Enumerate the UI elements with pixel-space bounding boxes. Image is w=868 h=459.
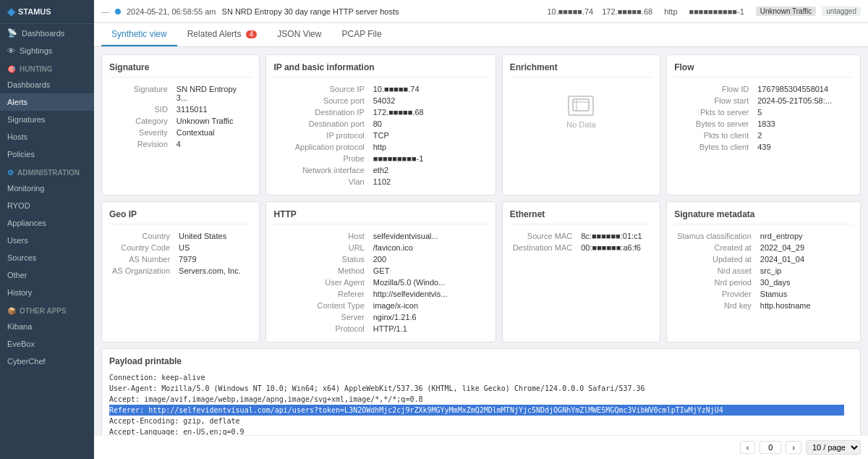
ethernet-table: Source MAC8c:■■■■■■:01:c1 Destination MA… — [510, 230, 652, 253]
table-row: Servernginx/1.21.6 — [273, 311, 488, 323]
table-row: Application protocolhttp — [273, 141, 488, 153]
flow-panel-title: Flow — [674, 62, 853, 77]
pagination-prev-btn[interactable]: ‹ — [740, 441, 756, 454]
topbar: — 2024-05-21, 06:58:55 am SN NRD Entropy… — [94, 0, 868, 23]
hunting-section: 🎯 HUNTING — [0, 59, 94, 76]
pagination-per-page-select[interactable]: 10 / page 25 / page 50 / page — [806, 440, 861, 455]
table-row: Created at2022_04_29 — [674, 242, 853, 253]
payload-content: Connection: keep-alive User-Agent: Mozil… — [109, 372, 853, 435]
sidebar-item-kibana[interactable]: Kibana — [0, 318, 94, 335]
table-row: Updated at2024_01_04 — [674, 253, 853, 265]
table-row: URL/favicon.ico — [273, 242, 488, 253]
tabs-bar: Synthetic view Related Alerts 4 JSON Vie… — [94, 23, 868, 47]
sidebar-item-history[interactable]: History — [0, 284, 94, 301]
payload-title: Payload printable — [109, 356, 853, 366]
table-row: Content Typeimage/x-icon — [273, 300, 488, 311]
table-row: User AgentMozilla/5.0 (Windo... — [273, 277, 488, 288]
sidebar-item-sources[interactable]: Sources — [0, 249, 94, 266]
geo-ip-panel-title: Geo IP — [109, 209, 252, 224]
table-row: ProtocolHTTP/1.1 — [273, 323, 488, 334]
ethernet-panel-title: Ethernet — [510, 209, 652, 224]
sidebar-item-cyberchef[interactable]: CyberChef — [0, 353, 94, 370]
sidebar-item-dashboards[interactable]: Dashboards — [0, 76, 94, 93]
enrichment-panel: Enrichment No Data — [502, 54, 660, 195]
table-row: AS OrganizationServers.com, Inc. — [109, 265, 252, 277]
table-row: Network interfaceeth2 — [273, 164, 488, 176]
pagination-bar: ‹ › 10 / page 25 / page 50 / page — [94, 435, 868, 459]
sidebar-item-signatures[interactable]: Signatures — [0, 111, 94, 128]
payload-section: Payload printable Connection: keep-alive… — [101, 348, 861, 435]
table-row: Destination MAC00:■■■■■■:a6:f6 — [510, 242, 652, 253]
enrichment-panel-title: Enrichment — [510, 62, 652, 77]
sidebar-item-appliances[interactable]: Appliances — [0, 214, 94, 232]
table-row: Bytes to server1833 — [674, 118, 853, 130]
tab-pcap-file[interactable]: PCAP File — [331, 23, 391, 46]
topbar-tag: untagged — [822, 7, 861, 16]
tab-json-view[interactable]: JSON View — [267, 23, 331, 46]
table-row: IP protocolTCP — [273, 130, 488, 141]
ip-basic-table: Source IP10.■■■■■.74 Source port54032 De… — [273, 83, 488, 188]
table-row: Pkts to server5 — [674, 106, 853, 118]
http-panel: HTTP Hostselfevidentvisual... URL/favico… — [265, 201, 495, 342]
table-row: Bytes to client439 — [674, 141, 853, 153]
table-row: CategoryUnknown Traffic — [109, 115, 252, 127]
sidebar-item-other[interactable]: Other — [0, 266, 94, 284]
pagination-page-input[interactable] — [760, 441, 781, 454]
payload-line-1: Connection: keep-alive — [109, 372, 844, 383]
panels-row-2: Geo IP CountryUnited States Country Code… — [101, 201, 861, 342]
sidebar-item-policies[interactable]: Policies — [0, 146, 94, 163]
table-row: Source MAC8c:■■■■■■:01:c1 — [510, 230, 652, 242]
beaconing-icon: 📡 — [7, 28, 17, 38]
sidebar: ◈ STAMUS 📡 Dashboards 👁 Sightings 🎯 HUNT… — [0, 0, 94, 459]
payload-line-3: Accept: image/avif,image/webp,image/apng… — [109, 394, 844, 405]
svg-rect-0 — [573, 99, 589, 111]
geo-ip-table: CountryUnited States Country CodeUS AS N… — [109, 230, 252, 277]
sidebar-item-beaconing[interactable]: 📡 Dashboards — [0, 24, 94, 42]
table-row: Source IP10.■■■■■.74 — [273, 83, 488, 95]
table-row: Refererhttp://selfevidentvis... — [273, 288, 488, 300]
administration-icon: ⚙ — [7, 169, 14, 177]
tab-synthetic-view[interactable]: Synthetic view — [101, 23, 177, 46]
sidebar-item-sightings[interactable]: 👁 Sightings — [0, 42, 94, 59]
table-row: Hostselfevidentvisual... — [273, 230, 488, 242]
topbar-protocol: http — [664, 7, 677, 16]
table-row: Country CodeUS — [109, 242, 252, 253]
main-content: — 2024-05-21, 06:58:55 am SN NRD Entropy… — [94, 0, 868, 459]
table-row: Revision4 — [109, 138, 252, 150]
sidebar-item-evebox[interactable]: EveBox — [0, 335, 94, 353]
tab-related-alerts[interactable]: Related Alerts 4 — [177, 23, 268, 46]
table-row: Destination IP172.■■■■■.68 — [273, 106, 488, 118]
topbar-date: 2024-05-21, 06:58:55 am — [127, 7, 216, 16]
table-row: Destination port80 — [273, 118, 488, 130]
topbar-title: SN NRD Entropy 30 day range HTTP server … — [222, 7, 542, 16]
sidebar-item-monitoring[interactable]: Monitoring — [0, 180, 94, 197]
ethernet-panel: Ethernet Source MAC8c:■■■■■■:01:c1 Desti… — [502, 201, 660, 342]
sidebar-item-ryod[interactable]: RYOD — [0, 197, 94, 214]
table-row: Vlan1102 — [273, 176, 488, 188]
sidebar-item-hosts[interactable]: Hosts — [0, 128, 94, 146]
table-row: SeverityContextual — [109, 127, 252, 138]
table-row: Source port54032 — [273, 95, 488, 106]
sidebar-item-users[interactable]: Users — [0, 232, 94, 249]
payload-line-4-highlighted: Referer: http://selfevidentvisual.com/ap… — [109, 405, 844, 416]
topbar-category: Unknown Traffic — [756, 7, 817, 16]
pagination-next-btn[interactable]: › — [786, 441, 801, 454]
sidebar-item-alerts[interactable]: Alerts — [0, 93, 94, 111]
topbar-dot — [115, 9, 121, 14]
enrichment-no-data: No Data — [510, 83, 652, 141]
topbar-src-ip: 10.■■■■■.74 — [547, 7, 593, 16]
table-row: MethodGET — [273, 265, 488, 277]
topbar-dst-ip: 172.■■■■■.68 — [602, 7, 652, 16]
hunting-icon: 🎯 — [7, 65, 16, 73]
content-area: Signature SignatureSN NRD Entropy 3... S… — [94, 47, 868, 435]
signature-panel-title: Signature — [109, 62, 252, 77]
signature-panel: Signature SignatureSN NRD Entropy 3... S… — [101, 54, 260, 195]
table-row: Nrd period30_days — [674, 277, 853, 288]
ip-basic-panel: IP and basic information Source IP10.■■■… — [265, 54, 495, 195]
table-row: Probe■■■■■■■■■-1 — [273, 153, 488, 164]
table-row: CountryUnited States — [109, 230, 252, 242]
signature-table: SignatureSN NRD Entropy 3... SID3115011 … — [109, 83, 252, 150]
payload-line-2: User-Agent: Mozilla/5.0 (Windows NT 10.0… — [109, 383, 844, 394]
http-table: Hostselfevidentvisual... URL/favicon.ico… — [273, 230, 488, 334]
geo-ip-panel: Geo IP CountryUnited States Country Code… — [101, 201, 260, 342]
